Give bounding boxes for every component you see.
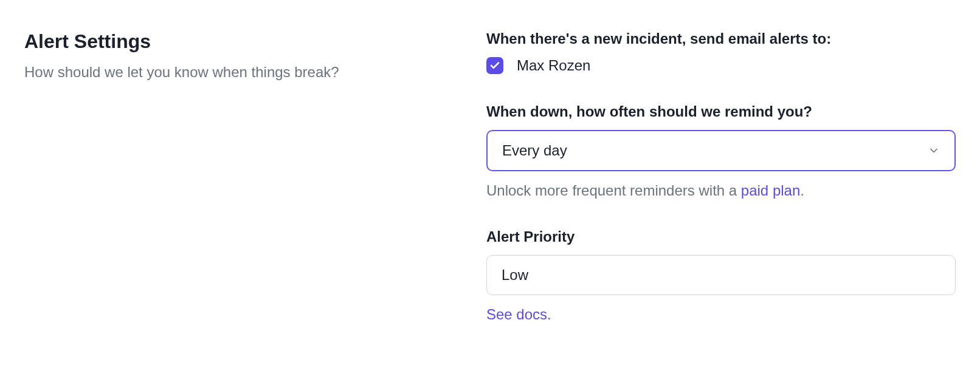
reminder-select-value: Every day <box>502 142 567 159</box>
reminder-group: When down, how often should we remind yo… <box>486 103 956 199</box>
page-title: Alert Settings <box>24 30 413 53</box>
docs-link-row: See docs. <box>486 306 956 323</box>
see-docs-link[interactable]: See docs <box>486 306 547 322</box>
reminder-label: When down, how often should we remind yo… <box>486 103 956 120</box>
priority-label: Alert Priority <box>486 228 956 245</box>
recipient-row: Max Rozen <box>486 57 956 74</box>
reminder-select[interactable]: Every day <box>486 130 956 171</box>
recipient-name: Max Rozen <box>517 57 590 74</box>
priority-select-value: Low <box>502 267 528 284</box>
page-subtitle: How should we let you know when things b… <box>24 64 413 81</box>
check-icon <box>489 60 500 71</box>
settings-header: Alert Settings How should we let you kno… <box>24 30 413 323</box>
reminder-help-text: Unlock more frequent reminders with a pa… <box>486 182 956 199</box>
chevron-down-icon <box>928 145 940 157</box>
recipient-checkbox[interactable] <box>486 57 503 74</box>
paid-plan-link[interactable]: paid plan <box>741 182 800 199</box>
email-alerts-label: When there's a new incident, send email … <box>486 30 956 47</box>
priority-group: Alert Priority Low See docs. <box>486 228 956 323</box>
email-alerts-group: When there's a new incident, send email … <box>486 30 956 74</box>
priority-select[interactable]: Low <box>486 255 956 295</box>
